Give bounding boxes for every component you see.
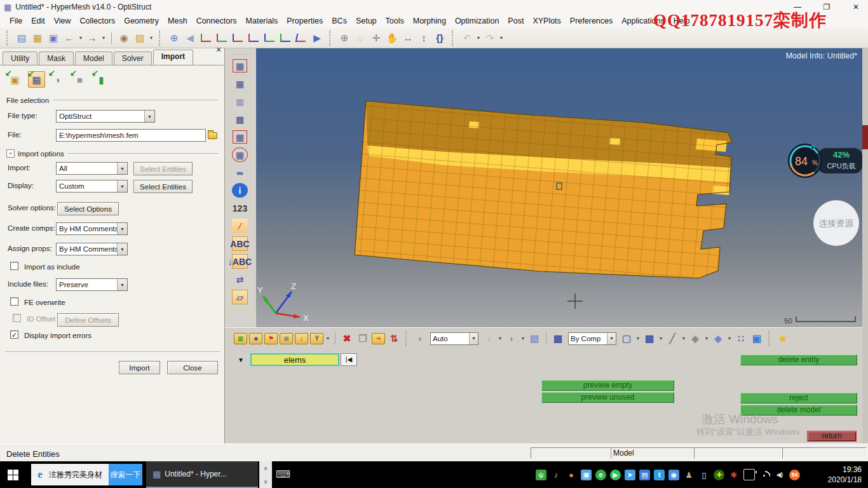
mesh-model[interactable] — [355, 101, 732, 278]
find-entities-icon[interactable]: ∞ — [232, 165, 248, 180]
export-solver-deck-icon[interactable]: → — [85, 31, 99, 45]
hand-rotate-icon[interactable]: ✋ — [385, 31, 399, 45]
import-solver-deck-icon[interactable]: ← — [62, 31, 76, 45]
antivirus-icon[interactable]: ✚ — [714, 470, 724, 480]
battery-icon[interactable] — [743, 469, 755, 480]
import-as-include-checkbox[interactable] — [10, 262, 18, 270]
quad-style-icon-dropdown[interactable]: ▾ — [704, 336, 709, 341]
color-by-mode[interactable]: By Comp ▼ — [568, 332, 616, 345]
import-bom-icon[interactable]: ▮ — [93, 71, 110, 88]
menu-item[interactable]: Preferences — [566, 17, 617, 25]
undo-icon-dropdown[interactable]: ▾ — [476, 35, 481, 41]
undo-icon[interactable]: ↶ — [460, 31, 474, 45]
delete-entity-button[interactable]: delete entity — [740, 355, 857, 365]
collapse-chevron-icon[interactable]: » — [6, 149, 15, 158]
menu-item[interactable]: Setup — [351, 17, 381, 25]
delete-entities-icon[interactable]: ✖ — [340, 332, 354, 346]
import-connectors-icon[interactable]: ■ — [71, 71, 88, 88]
redo-icon[interactable]: ↷ — [483, 31, 497, 45]
mesh-handle-icon[interactable]: ▦ — [232, 76, 248, 91]
entity-selector-field[interactable]: elems — [250, 353, 339, 366]
graphics-viewport[interactable]: Model Info: Untitled* Z — [256, 48, 862, 327]
cpu-monitor-widget[interactable]: 42% CPU负载 84 % — [785, 140, 862, 181]
transparent-mesh-icon[interactable]: ▦ — [232, 147, 248, 162]
scroll-up-icon[interactable]: ∧ — [264, 465, 268, 471]
label-abc-icon[interactable]: ABC — [232, 236, 248, 251]
assistant-app-icon[interactable]: ♟ — [683, 469, 695, 480]
plate-style-icon[interactable]: ◆ — [711, 332, 725, 346]
select-options-button[interactable]: Select Options — [57, 202, 119, 215]
plate-style-icon-dropdown[interactable]: ▾ — [727, 336, 732, 341]
view-top-icon[interactable] — [201, 34, 211, 42]
mask-entities-icon[interactable]: ❐ — [356, 332, 370, 346]
collector-systems-icon[interactable]: Y — [310, 333, 323, 344]
toolbar-drag-handle[interactable]: ···· — [234, 51, 247, 57]
import-solver-deck-tab-icon[interactable]: ▦ — [28, 71, 45, 88]
braces-macro-icon[interactable]: {} — [433, 31, 447, 45]
create-comps-dropdown-icon[interactable]: ▼ — [117, 223, 127, 234]
shaded-mesh-icon[interactable]: ▦ — [232, 58, 248, 73]
wireframe-cube-icon[interactable]: ▢ — [620, 332, 634, 346]
import-dropdown-icon[interactable]: ▼ — [117, 163, 127, 174]
line-style-icon[interactable]: ╱ — [665, 332, 679, 346]
taskbar-clock[interactable]: 19:36 2020/1/18 — [828, 464, 862, 485]
collector-delete-icon[interactable]: ↓ — [295, 333, 308, 344]
display-dropdown-icon[interactable]: ▼ — [117, 180, 127, 192]
fit-view-icon[interactable]: ⊕ — [167, 31, 181, 45]
taskbar-app-hypermesh[interactable]: ▦ Untitled* - Hyper... — [146, 461, 258, 488]
collector-current-icon[interactable]: ▣ — [280, 333, 293, 344]
measure-scale-icon[interactable]: ⁄ — [232, 219, 248, 233]
volume-icon[interactable]: ◀) — [774, 469, 785, 480]
chat-app-icon[interactable]: ▣ — [581, 470, 592, 480]
preview-empty-button[interactable]: preview empty — [541, 380, 674, 391]
view-left-icon[interactable] — [264, 34, 275, 42]
tab-utility[interactable]: Utility — [3, 51, 37, 65]
menu-item[interactable]: Properties — [282, 17, 327, 25]
smooth-shading-icon[interactable]: ◖ — [482, 332, 496, 346]
bird-app-icon[interactable]: ➤ — [625, 470, 635, 480]
view-iso-icon[interactable] — [295, 34, 308, 42]
color-by-icon[interactable]: ▩ — [551, 332, 565, 346]
browse-file-icon[interactable] — [206, 129, 219, 142]
menu-item[interactable]: Edit — [27, 17, 50, 25]
display-select[interactable]: Custom ▼ — [56, 180, 128, 193]
collector-systems-icon-dropdown[interactable]: ▾ — [325, 336, 330, 341]
cloud-app-icon[interactable]: ◉ — [668, 470, 679, 480]
usb-device-icon[interactable]: ψ — [536, 470, 546, 480]
zoom-in-icon[interactable]: ⊕ — [337, 31, 351, 45]
previous-view-icon[interactable]: ◀ — [183, 31, 197, 45]
view-bottom-icon[interactable] — [217, 34, 227, 42]
import-select[interactable]: All ▼ — [56, 162, 128, 175]
browser-app-icon[interactable]: e — [595, 470, 606, 480]
collector-card-edit-icon[interactable]: ⚑ — [264, 333, 278, 344]
assign-props-dropdown-icon[interactable]: ▼ — [117, 243, 127, 255]
view-front-icon[interactable] — [233, 34, 243, 42]
menu-item[interactable]: Tools — [381, 17, 409, 25]
scroll-down-icon[interactable]: ∨ — [264, 478, 268, 485]
file-type-dropdown-icon[interactable]: ▼ — [144, 111, 154, 122]
arrows-horizontal-icon[interactable]: ↔ — [401, 31, 415, 45]
feature-shading-icon-dropdown[interactable]: ▾ — [520, 336, 526, 341]
menu-item[interactable]: Optimization — [451, 17, 503, 25]
menu-item[interactable]: File — [5, 17, 27, 25]
organize-browser-icon[interactable]: ▨ — [133, 31, 147, 45]
quad-visualization-icon[interactable]: ▱ — [232, 290, 248, 304]
renumber-icon[interactable]: ⇅ — [387, 332, 401, 346]
wireframe-cube-icon-dropdown[interactable]: ▾ — [635, 336, 641, 341]
sync-app-icon[interactable]: t — [654, 470, 665, 480]
organize-browser-icon-dropdown[interactable]: ▾ — [149, 35, 154, 41]
smooth-shading-icon-dropdown[interactable]: ▾ — [498, 336, 503, 341]
security-app-icon[interactable]: ✱ — [728, 469, 740, 480]
shaded-cube-icon[interactable]: ▩ — [642, 332, 656, 346]
import-model-icon[interactable]: ▣ — [6, 71, 24, 88]
keyboard-icon[interactable]: ⌨ — [276, 468, 290, 480]
collector-create-icon[interactable]: ▦ — [234, 333, 247, 344]
tiger-app-icon[interactable]: ● — [566, 469, 577, 480]
line-style-icon-dropdown[interactable]: ▾ — [681, 336, 686, 341]
display-import-errors-checkbox[interactable]: ✓ — [10, 330, 18, 339]
include-files-dropdown-icon[interactable]: ▼ — [117, 279, 127, 290]
entity-select-dropdown-icon[interactable]: ▼ — [469, 333, 478, 344]
display-check-icon[interactable]: ▶ — [310, 31, 324, 45]
close-button[interactable]: ✕ — [850, 3, 862, 11]
import-geometry-icon[interactable]: ◗ — [50, 71, 67, 88]
